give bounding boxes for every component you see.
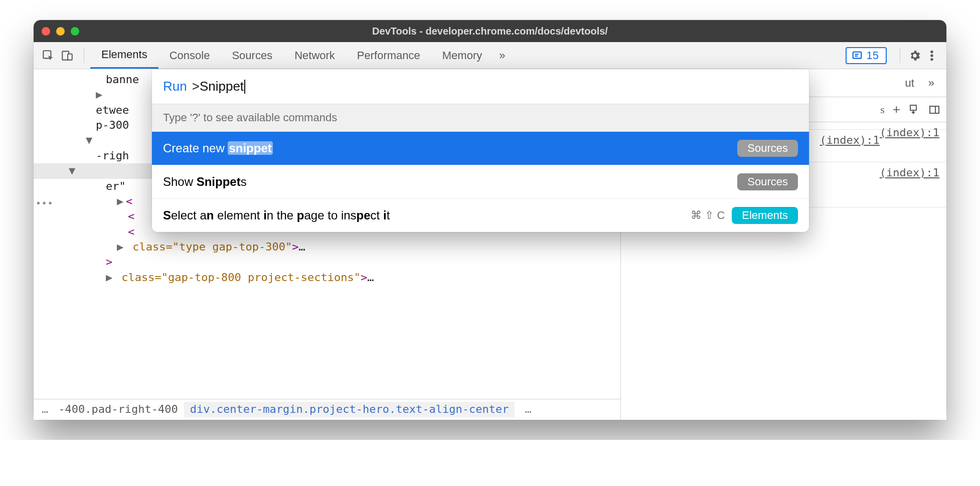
command-chevron: > xyxy=(192,79,200,94)
breadcrumb-crumb[interactable]: -400.pad-right-400 xyxy=(52,402,184,417)
titlebar: DevTools - developer.chrome.com/docs/dev… xyxy=(34,20,946,42)
tab-network[interactable]: Network xyxy=(283,42,346,69)
command-badge: Sources xyxy=(737,140,798,157)
overflow-dots-icon: ••• xyxy=(36,197,54,210)
traffic-lights xyxy=(42,27,79,36)
window-title: DevTools - developer.chrome.com/docs/dev… xyxy=(34,26,946,37)
zoom-window-button[interactable] xyxy=(71,27,79,36)
command-badge: Elements xyxy=(732,207,798,224)
tab-sources[interactable]: Sources xyxy=(221,42,283,69)
styles-cls-label[interactable]: s xyxy=(880,103,885,116)
command-menu-item[interactable]: Show SnippetsSources xyxy=(152,165,809,199)
main-toolbar: Elements Console Sources Network Perform… xyxy=(34,42,946,69)
tab-elements[interactable]: Elements xyxy=(90,42,158,69)
minimize-window-button[interactable] xyxy=(56,27,65,36)
svg-point-7 xyxy=(930,54,933,57)
dom-line[interactable]: ▶ class="gap-top-800 project-sections">… xyxy=(43,270,620,285)
inspect-element-icon[interactable] xyxy=(40,47,57,64)
tab-console[interactable]: Console xyxy=(158,42,221,69)
toolbar-divider xyxy=(84,48,84,63)
svg-rect-2 xyxy=(68,54,72,60)
command-hint: Type '?' to see available commands xyxy=(152,104,809,132)
svg-point-6 xyxy=(930,50,933,53)
command-shortcut: ⌘ ⇧ C xyxy=(691,209,725,222)
dom-breadcrumb[interactable]: … -400.pad-right-400 div.center-margin.p… xyxy=(34,399,620,420)
main-split: ••• banne▶etweep-300▼-righ▼er"▶<<<▶ clas… xyxy=(34,69,946,420)
command-label: Show Snippets xyxy=(163,175,247,189)
tab-memory[interactable]: Memory xyxy=(431,42,493,69)
command-label: Select an element in the page to inspect… xyxy=(163,208,390,222)
command-menu-item[interactable]: Create new snippetSources xyxy=(152,132,809,165)
devtools-window: DevTools - developer.chrome.com/docs/dev… xyxy=(34,20,946,420)
dom-line[interactable]: > xyxy=(43,255,620,270)
device-toolbar-icon[interactable] xyxy=(59,47,76,64)
issues-count: 15 xyxy=(867,49,879,62)
command-input-row[interactable]: Run > Snippet xyxy=(152,69,809,104)
rule-source-link[interactable]: (index):1 xyxy=(820,134,880,146)
command-query: Snippet xyxy=(200,79,244,94)
format-icon[interactable] xyxy=(908,104,920,116)
rule-source-link[interactable]: (index):1 xyxy=(880,126,939,139)
command-label: Create new snippet xyxy=(163,141,273,155)
text-cursor xyxy=(244,80,245,94)
svg-point-8 xyxy=(930,58,933,60)
more-tabs-icon[interactable]: » xyxy=(493,49,511,62)
more-styles-tabs-icon[interactable]: » xyxy=(922,77,940,90)
command-menu-item[interactable]: Select an element in the page to inspect… xyxy=(152,199,809,232)
breadcrumb-overflow-left[interactable]: … xyxy=(38,402,52,417)
tab-performance[interactable]: Performance xyxy=(346,42,431,69)
panel-tabs: Elements Console Sources Network Perform… xyxy=(90,42,512,69)
issues-badge[interactable]: 15 xyxy=(846,47,887,64)
svg-rect-10 xyxy=(930,106,939,113)
more-options-icon[interactable] xyxy=(923,49,940,62)
new-style-rule-icon[interactable]: + xyxy=(893,102,900,117)
dom-line[interactable]: ▶ class="type gap-top-300">… xyxy=(43,239,620,255)
breadcrumb-overflow-right[interactable]: … xyxy=(521,402,535,417)
toggle-sidebar-icon[interactable] xyxy=(928,104,940,116)
toolbar-divider xyxy=(900,48,900,63)
command-menu: Run > Snippet Type '?' to see available … xyxy=(152,69,809,232)
close-window-button[interactable] xyxy=(42,27,50,36)
styles-tab-fragment[interactable]: ut xyxy=(905,77,914,90)
command-badge: Sources xyxy=(737,173,798,190)
svg-rect-3 xyxy=(853,52,861,58)
command-run-label: Run xyxy=(163,79,187,94)
svg-rect-9 xyxy=(910,105,916,110)
settings-gear-icon[interactable] xyxy=(906,49,923,62)
rule-source-link[interactable]: (index):1 xyxy=(880,166,939,179)
breadcrumb-crumb-active[interactable]: div.center-margin.project-hero.text-alig… xyxy=(184,402,515,417)
